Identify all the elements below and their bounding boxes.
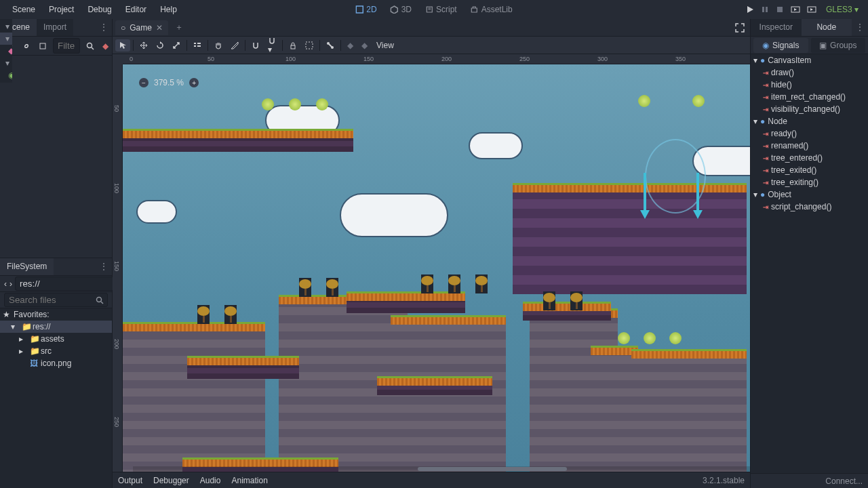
key-auto-icon[interactable]: ◆ [358,39,371,52]
scene-extra-icon[interactable]: ◆ [100,40,111,52]
signal-item[interactable]: ⇥draw() [751,66,868,79]
node-subtabs: ◉ Signals ▣ Groups [751,37,868,54]
pause-icon[interactable] [761,5,769,14]
chevron-icon[interactable]: ▸ [19,334,27,344]
bottom-animation[interactable]: Animation [231,476,267,485]
signal-emit-icon: ⇥ [763,142,768,150]
zoom-in-icon[interactable]: + [189,78,199,87]
lock-icon[interactable] [285,39,300,52]
play-icon[interactable] [746,5,754,14]
link-icon[interactable] [20,41,33,52]
version-label[interactable]: 3.2.1.stable [703,476,745,485]
scene-file-tab[interactable]: ○ Game ✕ [115,20,168,35]
chevron-icon[interactable]: ▾ [11,322,19,331]
scene-tree-node[interactable]: ◉PauseMenu⊞📄▾ [0,69,12,81]
menu-editor[interactable]: Editor [119,1,153,18]
svg-rect-3 [777,7,783,12]
tab-inspector[interactable]: Inspector [751,19,802,36]
scene-tree-node[interactable]: ▾○Level⊞📄◉ [0,33,12,45]
dock-options-icon[interactable]: ⋮ [852,19,868,36]
folder-icon: 📁 [30,334,38,344]
canvas-2d[interactable]: − 379.5 % + [123,64,750,472]
filesystem-item[interactable]: 🖼icon.png [0,357,112,369]
play-custom-icon[interactable] [807,5,816,14]
signal-item[interactable]: ⇥script_changed() [751,201,868,213]
zoom-out-icon[interactable]: − [139,78,149,87]
filesystem-item[interactable]: ▸📁src [0,345,112,357]
ruler-mark: 0 [130,56,133,62]
mode-assetlib[interactable]: AssetLib [465,2,518,17]
signal-item[interactable]: ⇥hide() [751,79,868,91]
nav-forward-icon[interactable]: › [9,279,12,289]
menu-scene[interactable]: Scene [5,1,42,18]
stop-icon[interactable] [776,5,784,14]
subtab-groups[interactable]: ▣ Groups [811,38,866,53]
signal-item[interactable]: ⇥tree_exiting() [751,176,868,188]
bottom-output[interactable]: Output [118,476,142,485]
viewport[interactable]: 050100150200250300350400 50100150200250 … [113,54,750,472]
filesystem-item[interactable]: ▸📁assets [0,333,112,345]
viewport-scrollbar-h[interactable] [133,466,750,472]
chevron-down-icon[interactable]: ▾ [5,58,9,68]
scene-cloud [136,200,177,224]
pan-tool-icon[interactable] [211,39,226,52]
mode-3d[interactable]: 3D [385,2,417,17]
signal-item[interactable]: ⇥tree_entered() [751,152,868,164]
filesystem-item[interactable]: ▾📁res:// [0,321,112,333]
select-tool-icon[interactable] [115,39,130,52]
list-select-icon[interactable] [190,39,205,52]
distraction-free-icon[interactable] [732,20,747,35]
signal-group-header[interactable]: ▾●CanvasItem [751,54,868,66]
snap-options-icon[interactable]: ▾ [264,35,279,56]
mode-script[interactable]: Script [420,2,462,17]
signal-group-header[interactable]: ▾●Object [751,188,868,201]
new-scene-icon[interactable]: ＋ [171,19,187,36]
signal-item[interactable]: ⇥ready() [751,127,868,140]
scene-tree-node[interactable]: ▾▦InterfaceLayer📄 [0,57,12,69]
signal-item[interactable]: ⇥tree_exited() [751,164,868,176]
play-scene-icon[interactable] [791,5,800,14]
scale-tool-icon[interactable] [169,39,184,52]
connect-button[interactable]: Connect... [825,476,863,486]
filter-nodes-input[interactable] [53,38,80,54]
signal-group-header[interactable]: ▾●Node [751,115,868,127]
scene-tree-node[interactable]: ◆Player⊞📄◉ [0,45,12,57]
chevron-down-icon[interactable]: ▾ [5,22,9,31]
filesystem-options-icon[interactable]: ⋮ [96,258,112,275]
snap-toggle-icon[interactable] [248,39,263,52]
key-insert-icon[interactable]: ◆ [344,39,357,52]
bottom-audio[interactable]: Audio [200,476,221,485]
close-icon[interactable]: ✕ [156,23,163,33]
renderer-selector[interactable]: GLES3 ▾ [822,5,863,14]
move-tool-icon[interactable] [136,39,151,52]
menu-help[interactable]: Help [153,1,184,18]
nav-back-icon[interactable]: ‹ [4,279,7,289]
mode-2d[interactable]: 2D [350,2,382,17]
zoom-value[interactable]: 379.5 % [154,78,184,87]
scene-cliff [631,349,747,472]
search-icon[interactable] [84,41,96,52]
signal-item[interactable]: ⇥visibility_changed() [751,103,868,115]
subtab-signals[interactable]: ◉ Signals [753,38,808,53]
signal-item[interactable]: ⇥item_rect_changed() [751,91,868,103]
menu-project[interactable]: Project [42,1,81,18]
workspace-switcher: 2D 3D Script AssetLib [350,2,517,17]
bottom-debugger[interactable]: Debugger [153,476,189,485]
signal-item[interactable]: ⇥renamed() [751,140,868,152]
ruler-tool-icon[interactable] [227,39,242,52]
bone-icon[interactable] [323,39,338,52]
tab-import[interactable]: Import [37,19,73,36]
attach-script-icon[interactable] [37,41,49,52]
filesystem-tab[interactable]: FileSystem [0,258,54,275]
group-icon[interactable] [302,39,317,52]
filesystem-search-input[interactable] [4,293,108,307]
chevron-down-icon[interactable]: ▾ [5,34,9,43]
tab-node[interactable]: Node [802,19,852,36]
menu-debug[interactable]: Debug [81,1,118,18]
view-menu[interactable]: View [376,41,394,50]
scene-cloud [469,132,523,159]
dock-options-icon[interactable]: ⋮ [96,19,112,36]
rotate-tool-icon[interactable] [153,39,167,52]
chevron-icon[interactable]: ▸ [19,346,27,356]
scene-tree-node[interactable]: ▾○Game📄 [0,20,12,33]
